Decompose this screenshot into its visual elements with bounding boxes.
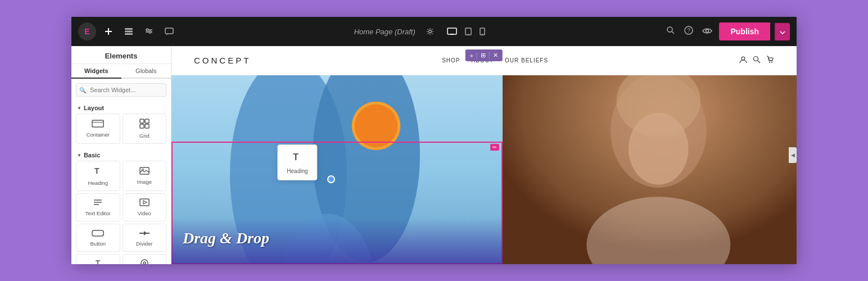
svg-point-43 (143, 262, 146, 264)
heading-widget[interactable]: T Heading (76, 161, 120, 191)
search-input[interactable] (76, 83, 166, 97)
nav-shop[interactable]: SHOP (442, 57, 460, 64)
divider-widget[interactable]: Divider (123, 224, 167, 252)
image-icon (139, 167, 150, 177)
layout-section-title[interactable]: ▼ Layout (71, 101, 171, 114)
publish-button[interactable]: Publish (719, 22, 770, 40)
divider-icon (139, 229, 150, 239)
toolbar-separator2 (489, 52, 490, 59)
google-maps-widget[interactable]: Google Maps (123, 254, 167, 264)
tablet-view-btn[interactable] (463, 25, 474, 38)
search-icon: 🔍 (79, 87, 86, 93)
sidebar-tabs: Widgets Globals (71, 64, 171, 79)
heading-label: Heading (88, 180, 108, 186)
search-nav-icon[interactable] (753, 56, 761, 65)
site-content: ✏ Drag & Drop T Heading (171, 75, 797, 264)
tab-globals[interactable]: Globals (121, 64, 171, 78)
desktop-view-btn[interactable] (445, 25, 459, 38)
section-grid-btn[interactable]: ⊞ (478, 51, 488, 60)
button-widget[interactable]: Button (76, 224, 120, 252)
editor-container: E Home Page (Draft) (71, 17, 797, 264)
grid-icon (139, 119, 150, 131)
cart-icon[interactable] (766, 56, 774, 65)
svg-text:T: T (293, 152, 299, 162)
svg-point-44 (742, 57, 745, 60)
svg-point-10 (428, 30, 431, 33)
svg-point-60 (629, 113, 689, 185)
account-icon[interactable] (739, 56, 747, 65)
svg-point-22 (706, 30, 709, 33)
google-maps-icon (141, 259, 148, 264)
nav-our-beliefs[interactable]: OUR BELIEFS (505, 57, 548, 64)
sidebar: Elements Widgets Globals 🔍 ▼ Layout Con (71, 46, 171, 264)
svg-point-47 (769, 62, 770, 63)
publish-dropdown-button[interactable] (775, 23, 790, 40)
widget-drag-tooltip: T Heading (277, 144, 317, 180)
heading-icon: T (93, 166, 103, 178)
svg-rect-27 (140, 124, 144, 128)
comments-icon[interactable] (161, 24, 177, 39)
canvas-area[interactable]: CONCEPT SHOP ABOUT OUR BELIEFS (171, 46, 797, 264)
video-icon (139, 198, 150, 209)
text-editor-widget[interactable]: Text Editor (76, 193, 120, 221)
svg-point-48 (771, 62, 772, 63)
svg-point-45 (754, 57, 758, 61)
elementor-logo[interactable]: E (78, 22, 96, 40)
video-label: Video (138, 210, 151, 216)
container-icon (92, 120, 104, 130)
woman-image (503, 75, 797, 264)
svg-rect-9 (165, 28, 173, 34)
content-left: ✏ Drag & Drop T Heading (171, 75, 503, 264)
image-label: Image (137, 179, 152, 185)
svg-text:?: ? (688, 28, 691, 34)
widget-search-box[interactable]: 🔍 (76, 83, 166, 97)
svg-rect-25 (140, 119, 144, 123)
top-bar-center: Home Page (Draft) (354, 24, 487, 39)
grid-label: Grid (139, 133, 150, 139)
main-area: Elements Widgets Globals 🔍 ▼ Layout Con (71, 46, 797, 264)
search-action-icon[interactable] (664, 24, 677, 39)
basic-section-title[interactable]: ▼ Basic (71, 148, 171, 161)
button-label: Button (91, 241, 106, 247)
basic-widgets-grid: T Heading Image Text Editor (71, 161, 171, 264)
add-button[interactable] (101, 24, 116, 39)
tooltip-icon: T (287, 151, 308, 166)
sidebar-collapse-arrow[interactable]: ◀ (789, 147, 797, 163)
drag-drop-text: Drag & Drop (183, 229, 491, 247)
floating-section-toolbar: + ⊞ ✕ (465, 49, 503, 61)
svg-rect-2 (125, 28, 133, 30)
svg-point-15 (468, 34, 469, 35)
tooltip-label: Heading (287, 168, 308, 174)
video-widget[interactable]: Video (123, 193, 167, 221)
top-bar: E Home Page (Draft) (71, 17, 797, 46)
help-action-icon[interactable]: ? (682, 24, 695, 39)
customize-icon[interactable] (141, 24, 157, 39)
svg-rect-35 (140, 199, 149, 206)
text-editor-label: Text Editor (85, 210, 111, 216)
svg-point-17 (482, 34, 482, 34)
svg-rect-3 (125, 31, 133, 33)
divider-label: Divider (136, 241, 153, 247)
image-widget[interactable]: Image (123, 161, 167, 191)
spacer-widget[interactable]: Spacer (76, 254, 120, 264)
woman-photo-svg (503, 75, 797, 264)
layout-widgets-grid: Container Grid (71, 114, 171, 148)
container-widget[interactable]: Container (76, 114, 120, 144)
svg-rect-26 (145, 119, 149, 123)
container-label: Container (87, 132, 110, 138)
tab-widgets[interactable]: Widgets (71, 64, 121, 79)
svg-line-19 (672, 31, 674, 34)
svg-rect-23 (92, 120, 103, 127)
preview-action-icon[interactable] (700, 24, 715, 39)
section-add-btn[interactable]: + (468, 51, 476, 60)
layout-arrow: ▼ (77, 106, 82, 111)
grid-widget[interactable]: Grid (123, 114, 167, 144)
button-icon (92, 229, 104, 239)
layout-label: Layout (84, 105, 104, 111)
layers-icon[interactable] (121, 24, 137, 39)
svg-rect-11 (447, 28, 456, 34)
svg-point-7 (146, 29, 148, 31)
section-close-btn[interactable]: ✕ (491, 51, 500, 60)
mobile-view-btn[interactable] (477, 25, 487, 38)
page-settings-icon[interactable] (422, 24, 438, 39)
